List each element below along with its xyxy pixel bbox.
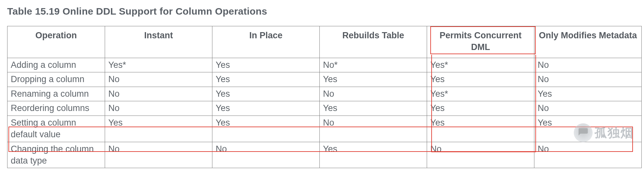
cell-dml: No [427, 142, 534, 168]
cell-meta: Yes [534, 116, 642, 142]
cell-inplace: Yes [212, 87, 320, 101]
col-header-dml: Permits Concurrent DML [427, 26, 534, 58]
table-row: Renaming a column No Yes No Yes* Yes [7, 87, 642, 101]
cell-dml: Yes [427, 101, 534, 116]
cell-operation: Changing the column data type [7, 142, 105, 168]
cell-meta: No [534, 101, 642, 116]
cell-meta: No [534, 58, 642, 72]
col-header-inplace: In Place [212, 26, 320, 58]
cell-inplace: Yes [212, 58, 320, 72]
col-header-instant: Instant [105, 26, 212, 58]
cell-dml: Yes* [427, 87, 534, 101]
ddl-table: Operation Instant In Place Rebuilds Tabl… [7, 26, 642, 168]
col-header-rebuild: Rebuilds Table [320, 26, 427, 58]
cell-operation: Reordering columns [7, 101, 105, 116]
cell-instant: Yes* [105, 58, 212, 72]
cell-inplace: Yes [212, 116, 320, 142]
cell-rebuild: Yes [320, 101, 427, 116]
table-row: Adding a column Yes* Yes No* Yes* No [7, 58, 642, 72]
cell-operation: Setting a column default value [7, 116, 105, 142]
cell-inplace: No [212, 142, 320, 168]
cell-dml: Yes* [427, 58, 534, 72]
table-row: Changing the column data type No No Yes … [7, 142, 642, 168]
cell-instant: Yes [105, 116, 212, 142]
cell-inplace: Yes [212, 72, 320, 87]
cell-rebuild: No* [320, 58, 427, 72]
cell-meta: Yes [534, 87, 642, 101]
cell-dml: Yes [427, 72, 534, 87]
table-row: Setting a column default value Yes Yes N… [7, 116, 642, 142]
cell-instant: No [105, 72, 212, 87]
cell-instant: No [105, 87, 212, 101]
cell-dml: Yes [427, 116, 534, 142]
table-row: Reordering columns No Yes Yes Yes No [7, 101, 642, 116]
cell-rebuild: Yes [320, 72, 427, 87]
cell-rebuild: Yes [320, 142, 427, 168]
cell-instant: No [105, 142, 212, 168]
col-header-operation: Operation [7, 26, 105, 58]
cell-operation: Renaming a column [7, 87, 105, 101]
table-row: Dropping a column No Yes Yes Yes No [7, 72, 642, 87]
cell-operation: Dropping a column [7, 72, 105, 87]
cell-rebuild: No [320, 87, 427, 101]
table-header-row: Operation Instant In Place Rebuilds Tabl… [7, 26, 642, 58]
cell-inplace: Yes [212, 101, 320, 116]
cell-meta: No [534, 72, 642, 87]
cell-rebuild: No [320, 116, 427, 142]
table-container: Operation Instant In Place Rebuilds Tabl… [7, 26, 637, 168]
col-header-meta: Only Modifies Metadata [534, 26, 642, 58]
table-title: Table 15.19 Online DDL Support for Colum… [7, 6, 637, 17]
cell-instant: No [105, 101, 212, 116]
cell-meta: No [534, 142, 642, 168]
cell-operation: Adding a column [7, 58, 105, 72]
